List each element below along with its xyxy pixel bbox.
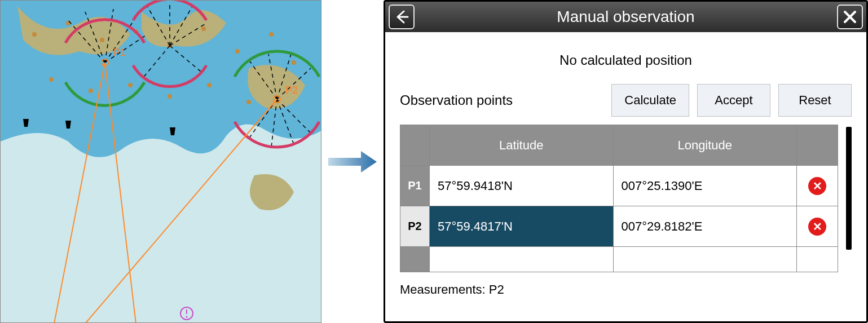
calculated-position-status: No calculated position: [400, 52, 852, 68]
row-id: P2: [400, 206, 430, 246]
table-row[interactable]: P1 57°59.9418'N 007°25.1390'E ✕: [400, 166, 838, 206]
chart-panel[interactable]: P1 P2: [0, 0, 321, 323]
svg-point-8: [269, 32, 274, 37]
svg-point-42: [186, 316, 188, 318]
longitude-cell[interactable]: 007°29.8182'E: [614, 206, 797, 246]
table-row-empty: [400, 247, 838, 272]
svg-point-7: [235, 49, 240, 54]
calculate-button[interactable]: Calculate: [611, 84, 689, 117]
svg-point-13: [168, 94, 172, 99]
svg-point-11: [89, 89, 93, 93]
chart-point-label-p1: P1: [113, 47, 126, 58]
chart-point-label-p2: P2: [285, 85, 298, 96]
svg-point-14: [207, 83, 212, 87]
dialog-header: Manual observation: [385, 2, 866, 32]
column-header-latitude: Latitude: [430, 125, 614, 165]
manual-observation-dialog: Manual observation No calculated positio…: [384, 0, 868, 323]
column-header-longitude: Longitude: [614, 125, 797, 165]
latitude-cell[interactable]: 57°59.9418'N: [430, 166, 614, 206]
close-button[interactable]: [837, 5, 863, 29]
arrow-icon: [321, 148, 384, 176]
measurements-label: Measurements: P2: [400, 282, 852, 297]
svg-point-10: [49, 77, 54, 82]
observation-points-table: Latitude Longitude P1 57°59.9418'N 007°2…: [400, 125, 838, 272]
accept-button[interactable]: Accept: [697, 84, 770, 117]
svg-point-12: [128, 83, 133, 87]
observation-points-label: Observation points: [400, 92, 513, 108]
back-button[interactable]: [389, 5, 415, 29]
dialog-title: Manual observation: [418, 8, 834, 26]
delete-row-button[interactable]: ✕: [808, 177, 826, 195]
svg-point-3: [100, 38, 104, 42]
reset-button[interactable]: Reset: [778, 84, 852, 117]
table-scrollbar[interactable]: [846, 125, 852, 272]
longitude-cell[interactable]: 007°25.1390'E: [614, 166, 797, 206]
svg-point-6: [201, 26, 206, 31]
svg-point-1: [32, 32, 37, 37]
svg-point-9: [292, 60, 296, 65]
row-id: P1: [400, 166, 430, 206]
delete-row-button[interactable]: ✕: [808, 218, 826, 236]
latitude-cell[interactable]: 57°59.4817'N: [430, 206, 614, 246]
svg-point-15: [246, 100, 251, 104]
table-row[interactable]: P2 57°59.4817'N 007°29.8182'E ✕: [400, 206, 838, 247]
